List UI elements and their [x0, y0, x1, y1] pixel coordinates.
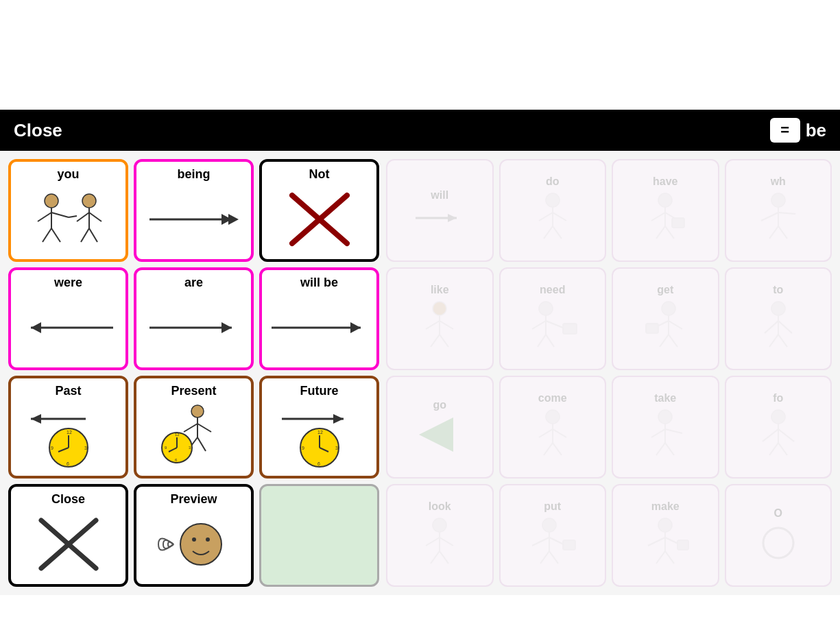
svg-line-138 — [540, 551, 549, 564]
svg-line-139 — [549, 551, 558, 564]
card-close[interactable]: Close — [8, 484, 128, 587]
svg-marker-25 — [31, 414, 41, 424]
svg-text:3: 3 — [335, 446, 338, 450]
card-close-image — [16, 509, 120, 579]
faded-label-look: look — [429, 500, 451, 513]
card-past-image: 12 3 6 9 — [16, 401, 120, 470]
svg-line-130 — [440, 537, 453, 546]
svg-point-34 — [191, 405, 204, 417]
svg-marker-21 — [221, 322, 232, 333]
faded-card-go[interactable]: go — [386, 376, 494, 478]
svg-line-112 — [553, 429, 566, 437]
card-were[interactable]: were — [8, 267, 128, 370]
svg-line-37 — [197, 424, 211, 432]
svg-rect-144 — [677, 540, 688, 550]
svg-line-78 — [761, 213, 778, 221]
svg-point-60 — [206, 537, 210, 542]
svg-line-85 — [440, 321, 453, 329]
svg-line-126 — [778, 443, 787, 455]
svg-point-109 — [546, 410, 560, 424]
card-were-label: were — [54, 276, 82, 290]
card-being-image — [142, 184, 245, 254]
svg-line-5 — [51, 228, 60, 242]
svg-line-36 — [184, 424, 197, 432]
faded-label-like: like — [431, 284, 449, 296]
faded-card-get[interactable]: get — [612, 267, 719, 370]
svg-rect-137 — [563, 540, 575, 550]
svg-point-115 — [658, 410, 672, 424]
faded-label-take: take — [654, 392, 676, 404]
svg-point-63 — [546, 193, 560, 207]
svg-text:12: 12 — [175, 433, 180, 437]
card-being[interactable]: being — [134, 159, 254, 262]
faded-card-look[interactable]: look — [386, 484, 494, 587]
top-space — [0, 0, 840, 110]
faded-card-come[interactable]: come — [499, 376, 607, 478]
svg-point-69 — [658, 193, 672, 207]
card-close-label: Close — [51, 492, 85, 507]
faded-card-have[interactable]: have — [612, 159, 719, 262]
card-preview[interactable]: Preview — [134, 484, 254, 587]
card-are-image — [142, 293, 245, 362]
faded-label-have: have — [653, 175, 677, 188]
right-panel: will do have — [386, 159, 832, 587]
svg-text:12: 12 — [67, 430, 72, 435]
svg-point-127 — [433, 518, 446, 532]
card-preview-label: Preview — [170, 492, 217, 507]
card-empty — [259, 484, 379, 587]
svg-point-147 — [763, 528, 793, 558]
svg-line-146 — [665, 551, 674, 564]
faded-card-take[interactable]: take — [612, 376, 719, 478]
svg-point-82 — [433, 302, 446, 315]
card-future-label: Future — [300, 384, 339, 398]
faded-card-like[interactable]: like — [386, 267, 494, 370]
svg-text:6: 6 — [317, 461, 320, 466]
card-present[interactable]: Present 12 3 6 9 — [134, 376, 254, 478]
faded-label-come: come — [538, 392, 567, 404]
svg-marker-48 — [333, 414, 344, 424]
svg-marker-15 — [228, 214, 239, 225]
card-future[interactable]: Future 12 3 6 9 — [259, 376, 379, 478]
faded-card-fo[interactable]: fo — [725, 376, 832, 478]
faded-card-wh[interactable]: wh — [725, 159, 832, 262]
svg-line-12 — [89, 228, 97, 242]
faded-card-o[interactable]: O — [725, 484, 832, 587]
card-past-label: Past — [55, 384, 81, 398]
svg-point-0 — [45, 194, 58, 208]
card-you[interactable]: you — [8, 159, 128, 262]
main-content: you — [0, 151, 840, 595]
card-being-label: being — [178, 167, 211, 182]
faded-card-to[interactable]: to — [725, 267, 832, 370]
card-are[interactable]: are — [134, 267, 254, 370]
faded-label-get: get — [657, 284, 673, 296]
faded-card-do[interactable]: do — [499, 159, 607, 262]
svg-line-10 — [77, 213, 89, 221]
svg-line-87 — [440, 335, 448, 347]
svg-line-94 — [546, 335, 554, 347]
card-not-label: Not — [309, 167, 330, 182]
svg-point-7 — [82, 194, 96, 208]
svg-text:12: 12 — [317, 430, 323, 435]
svg-line-65 — [539, 213, 553, 221]
faded-card-need[interactable]: need — [499, 267, 607, 370]
svg-line-81 — [778, 226, 787, 239]
card-not[interactable]: Not — [259, 159, 379, 262]
faded-label-wh: wh — [771, 175, 786, 188]
svg-point-140 — [658, 518, 672, 532]
faded-card-put[interactable]: put — [499, 484, 607, 587]
header-close-label: Close — [14, 120, 62, 141]
svg-line-4 — [43, 228, 51, 242]
svg-line-114 — [553, 443, 562, 455]
faded-label-o: O — [774, 507, 782, 520]
faded-card-will[interactable]: will — [386, 159, 494, 262]
card-present-image: 12 3 6 9 — [142, 401, 245, 470]
card-past[interactable]: Past 12 3 6 9 — [8, 376, 128, 478]
svg-marker-23 — [350, 322, 361, 333]
card-were-image — [16, 293, 120, 362]
svg-line-105 — [778, 321, 792, 333]
svg-line-86 — [431, 335, 440, 347]
card-will-be[interactable]: will be — [259, 267, 379, 370]
equals-button[interactable]: = — [770, 118, 800, 143]
faded-label-put: put — [544, 500, 561, 513]
faded-card-make[interactable]: make — [612, 484, 719, 587]
